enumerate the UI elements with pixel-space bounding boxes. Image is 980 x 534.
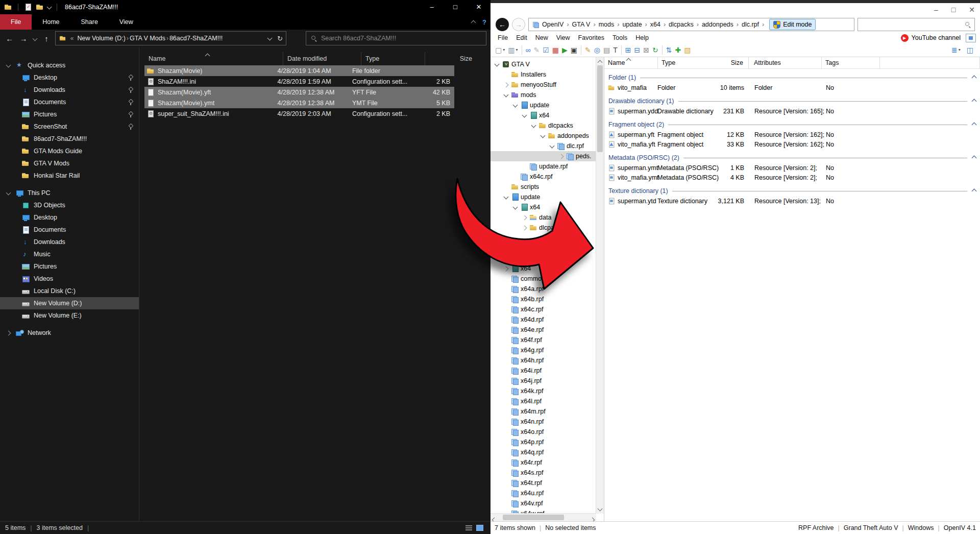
help-icon[interactable]: ?: [482, 18, 486, 26]
thumbnails-view-icon[interactable]: [476, 525, 483, 531]
tab-file[interactable]: File: [0, 14, 32, 30]
tree-item-update-rpf[interactable]: update.rpf: [491, 161, 596, 172]
chevron-down-icon[interactable]: [512, 206, 519, 209]
tree-item-x64d-rpf[interactable]: x64d.rpf: [491, 314, 596, 325]
file-row-shazam-movie-ymt[interactable]: Shazam(Movie).ymt4/28/2019 12:38 AMYMT F…: [144, 98, 454, 108]
sidebar-item-network[interactable]: Network: [0, 327, 139, 339]
group-header-metadata-pso-rsc-2[interactable]: Metadata (PSO/RSC) (2): [604, 153, 980, 163]
group-header-fragment-object-2[interactable]: Fragment object (2): [604, 119, 980, 130]
sidebar-item-desktop[interactable]: Desktop: [0, 211, 139, 224]
tree-item-dlcpacks[interactable]: dlcpacks: [491, 120, 596, 131]
chevron-down-icon[interactable]: ▾: [516, 47, 518, 52]
window-layout-icon[interactable]: [966, 34, 976, 42]
sidebar-item-this-pc[interactable]: This PC: [0, 187, 139, 199]
menu-file[interactable]: File: [494, 34, 512, 41]
close-button[interactable]: ✕: [467, 0, 491, 14]
file-row-shazam-movie-yft[interactable]: Shazam(Movie).yft4/28/2019 12:38 AMYFT F…: [144, 87, 454, 98]
chevron-down-icon[interactable]: [540, 135, 546, 137]
search-box[interactable]: Search 86acd7-ShaZAM!!!: [306, 31, 486, 45]
sidebar-item-honkai-star-rail[interactable]: Honkai Star Rail: [0, 169, 139, 182]
quick-access-new-folder-icon[interactable]: [36, 3, 44, 11]
sidebar-item-pictures[interactable]: Pictures: [0, 260, 139, 273]
minimize-button[interactable]: –: [420, 0, 444, 14]
sidebar-item-downloads[interactable]: Downloads: [0, 236, 139, 248]
toolbar-link-icon[interactable]: ∞: [525, 44, 532, 56]
tree-horizontal-scrollbar[interactable]: [491, 513, 596, 522]
list-row-superman-ytd[interactable]: superman.ytdTexture dictionary3,121 KBRe…: [604, 196, 980, 206]
forward-button[interactable]: →: [18, 34, 29, 43]
file-row-super-suit-shazam-ini[interactable]: super_suit_ShaZAM!!!.ini4/28/2019 2:03 A…: [144, 108, 454, 119]
toolbar-view-text-icon[interactable]: ▤: [602, 44, 611, 56]
tree-item-dlcpacks[interactable]: dlcpacks: [491, 223, 596, 233]
tree-item-x64s-rpf[interactable]: x64s.rpf: [491, 468, 596, 478]
sidebar-item-new-volume-d[interactable]: New Volume (D:): [0, 297, 139, 309]
tree-item-x64h-rpf[interactable]: x64h.rpf: [491, 355, 596, 366]
tree-item-data[interactable]: data: [491, 212, 596, 223]
toolbar-view-mode-icon[interactable]: ≣▾: [950, 44, 962, 56]
tree-item-x64k-rpf[interactable]: x64k.rpf: [491, 386, 596, 396]
sidebar-item-3d-objects[interactable]: 3D Objects: [0, 199, 139, 211]
tab-share[interactable]: Share: [70, 14, 109, 30]
collapse-group-icon[interactable]: [972, 74, 976, 81]
sidebar-item-videos[interactable]: Videos: [0, 273, 139, 285]
tree-item-x64j-rpf[interactable]: x64j.rpf: [491, 376, 596, 386]
breadcrumb-item-mods[interactable]: mods: [598, 21, 616, 28]
sidebar-item-screenshot[interactable]: ScreenShot: [0, 120, 139, 133]
tree-item-scripts[interactable]: scripts: [491, 182, 596, 192]
breadcrumb-item-new-volume-d[interactable]: New Volume (D:): [77, 35, 125, 42]
maximize-button[interactable]: □: [444, 0, 467, 14]
chevron-right-icon[interactable]: [558, 155, 565, 158]
list-row-superman-ymt[interactable]: superman.ymtMetadata (PSO/RSC)1 KBResour…: [604, 163, 980, 173]
sidebar-item-documents[interactable]: Documents: [0, 224, 139, 236]
chevron-down-icon[interactable]: [5, 192, 11, 195]
sidebar-item-quick-access[interactable]: Quick access: [0, 59, 139, 71]
address-dropdown-chevron-icon[interactable]: [267, 35, 273, 40]
group-header-texture-dictionary-1[interactable]: Texture dictionary (1): [604, 186, 980, 196]
chevron-right-icon[interactable]: [503, 83, 509, 87]
tree-item-common-rpf[interactable]: common.rpf: [491, 274, 596, 284]
sidebar-item-local-disk-c[interactable]: Local Disk (C:): [0, 285, 139, 297]
column-header-tags[interactable]: Tags: [822, 57, 880, 68]
toolbar-edit-text-icon[interactable]: T: [612, 44, 619, 56]
tree-item-x64p-rpf[interactable]: x64p.rpf: [491, 437, 596, 447]
toolbar-tasks-icon[interactable]: ☑: [542, 44, 550, 56]
chevron-down-icon[interactable]: ▾: [503, 47, 505, 52]
tree-item-addonpeds[interactable]: addonpeds: [491, 131, 596, 141]
scrollbar-thumb[interactable]: [503, 515, 564, 520]
tree-item-installers[interactable]: Installers: [491, 69, 596, 80]
sidebar-item-gta-mods-guide[interactable]: GTA Mods Guide: [0, 145, 139, 157]
list-row-vito-mafia-yft[interactable]: vito_mafia.yftFragment object33 KBResour…: [604, 139, 980, 149]
sidebar-item-music[interactable]: Music: [0, 248, 139, 260]
toolbar-sort-icon[interactable]: ⇅: [665, 44, 673, 56]
list-row-superman-yft[interactable]: superman.yftFragment object12 KBResource…: [604, 130, 980, 139]
chevron-right-icon[interactable]: [521, 226, 528, 230]
toolbar-new-folder-icon[interactable]: ▧: [683, 44, 692, 56]
breadcrumb-item-addonpeds[interactable]: addonpeds: [701, 21, 734, 28]
up-button[interactable]: ↑: [41, 34, 52, 43]
chevron-down-icon[interactable]: [530, 125, 537, 127]
menu-tools[interactable]: Tools: [608, 34, 631, 41]
close-button[interactable]: ✕: [969, 6, 975, 14]
back-button[interactable]: ←: [496, 18, 509, 31]
toolbar-palette-icon[interactable]: ▦: [551, 44, 560, 56]
maximize-button[interactable]: □: [951, 6, 955, 14]
tree-item-x64i-rpf[interactable]: x64i.rpf: [491, 366, 596, 376]
tree-item-dlc-rpf[interactable]: dlc.rpf: [491, 141, 596, 151]
minimize-ribbon-chevron-icon[interactable]: [471, 20, 476, 26]
chevron-down-icon[interactable]: [503, 196, 509, 199]
breadcrumb-item-gta-v-mods[interactable]: GTA V Mods: [130, 35, 165, 42]
tree-item-x64u-rpf[interactable]: x64u.rpf: [491, 488, 596, 498]
toolbar-export-window-icon[interactable]: ⊟: [633, 44, 642, 56]
minimize-button[interactable]: –: [934, 6, 938, 14]
column-header-size-label[interactable]: Size: [731, 59, 748, 66]
breadcrumb-item-gta-v[interactable]: GTA V: [571, 21, 592, 28]
sidebar-item-downloads[interactable]: Downloads: [0, 84, 139, 96]
sidebar-item-new-volume-e[interactable]: New Volume (E:): [0, 309, 139, 322]
list-row-vito-mafia-ymt[interactable]: vito_mafia.ymtMetadata (PSO/RSC)4 KBReso…: [604, 173, 980, 182]
breadcrumb-overflow-mark[interactable]: «: [70, 35, 74, 42]
toolbar-new-file-icon[interactable]: ▢▾: [494, 44, 506, 56]
details-view-icon[interactable]: [465, 525, 472, 530]
tree-item-x64q-rpf[interactable]: x64q.rpf: [491, 447, 596, 457]
column-header-type[interactable]: Type: [361, 52, 425, 65]
breadcrumb-item-dlc-rpf[interactable]: dlc.rpf: [741, 21, 760, 28]
